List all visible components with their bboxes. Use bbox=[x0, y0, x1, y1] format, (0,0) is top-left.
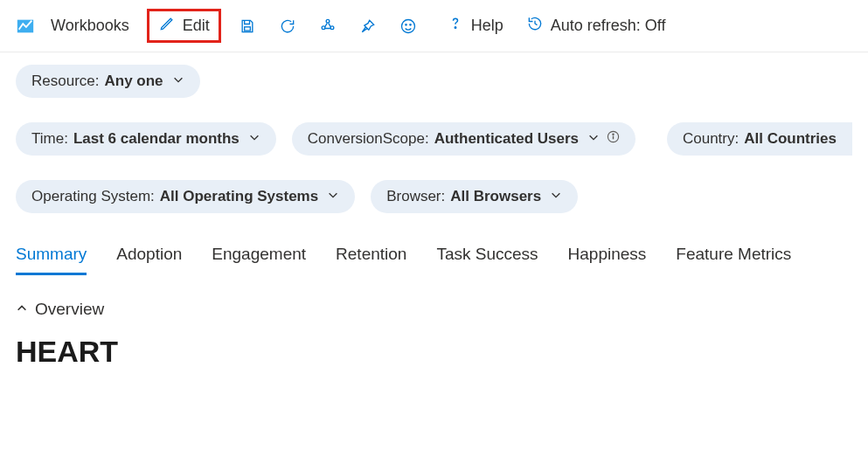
help-label: Help bbox=[471, 17, 503, 35]
tab-feature-metrics[interactable]: Feature Metrics bbox=[676, 245, 791, 275]
filter-label: Operating System: bbox=[31, 188, 155, 205]
filter-label: Time: bbox=[31, 130, 68, 148]
edit-label: Edit bbox=[183, 17, 210, 35]
filter-conversion-scope[interactable]: ConversionScope: Authenticated Users bbox=[292, 122, 635, 156]
help-button[interactable]: Help bbox=[441, 11, 509, 40]
filter-time[interactable]: Time: Last 6 calendar months bbox=[16, 122, 276, 156]
pencil-icon bbox=[158, 15, 176, 37]
tab-task-success[interactable]: Task Success bbox=[436, 245, 538, 275]
filter-label: Browser: bbox=[386, 188, 445, 205]
filter-resource[interactable]: Resource: Any one bbox=[16, 65, 200, 98]
info-icon[interactable] bbox=[607, 130, 620, 148]
filter-label: ConversionScope: bbox=[308, 130, 429, 148]
refresh-icon bbox=[279, 17, 296, 35]
tab-retention[interactable]: Retention bbox=[336, 245, 406, 275]
workbooks-title: Workbooks bbox=[51, 17, 129, 35]
save-button[interactable] bbox=[233, 14, 261, 38]
tabs: Summary Adoption Engagement Retention Ta… bbox=[0, 238, 868, 275]
chevron-down-icon bbox=[587, 130, 600, 148]
refresh-button[interactable] bbox=[274, 14, 302, 38]
chevron-up-icon bbox=[16, 300, 28, 319]
svg-point-7 bbox=[410, 24, 411, 24]
chevron-down-icon bbox=[172, 73, 184, 90]
tab-happiness[interactable]: Happiness bbox=[568, 245, 647, 275]
svg-point-10 bbox=[613, 134, 614, 135]
filter-value: All Browsers bbox=[450, 188, 541, 205]
tab-adoption[interactable]: Adoption bbox=[116, 245, 182, 275]
svg-point-6 bbox=[406, 24, 406, 24]
overview-toggle[interactable]: Overview bbox=[16, 300, 852, 319]
save-icon bbox=[239, 17, 256, 35]
filter-country[interactable]: Country: All Countries bbox=[667, 122, 852, 156]
filter-value: Last 6 calendar months bbox=[73, 130, 240, 148]
smiley-icon bbox=[399, 17, 417, 35]
page-heading: HEART bbox=[16, 335, 852, 369]
chevron-down-icon bbox=[327, 188, 339, 205]
chevron-down-icon bbox=[550, 188, 562, 205]
content: Overview HEART bbox=[0, 275, 868, 369]
tab-engagement[interactable]: Engagement bbox=[212, 245, 306, 275]
filter-os[interactable]: Operating System: All Operating Systems bbox=[16, 180, 355, 213]
svg-point-8 bbox=[455, 27, 456, 28]
feedback-button[interactable] bbox=[394, 14, 422, 38]
tab-summary[interactable]: Summary bbox=[16, 245, 87, 275]
auto-refresh-label: Auto refresh: Off bbox=[551, 17, 666, 35]
pin-button[interactable] bbox=[354, 14, 382, 38]
filter-label: Resource: bbox=[31, 73, 99, 90]
overview-label: Overview bbox=[35, 300, 104, 319]
svg-point-4 bbox=[326, 19, 330, 23]
auto-refresh-button[interactable]: Auto refresh: Off bbox=[521, 11, 671, 40]
share-button[interactable] bbox=[314, 14, 342, 38]
svg-point-5 bbox=[401, 19, 414, 32]
svg-rect-1 bbox=[244, 26, 250, 30]
share-icon bbox=[319, 17, 337, 35]
filter-value: Any one bbox=[104, 73, 163, 90]
chevron-down-icon bbox=[248, 130, 260, 148]
workbooks-logo-icon bbox=[16, 17, 35, 36]
filter-section: Resource: Any one Time: Last 6 calendar … bbox=[0, 52, 868, 213]
history-icon bbox=[526, 15, 544, 37]
filter-value: Authenticated Users bbox=[434, 130, 579, 148]
edit-button[interactable]: Edit bbox=[147, 9, 221, 43]
toolbar: Workbooks Edit bbox=[0, 0, 868, 52]
filter-value: All Countries bbox=[744, 130, 837, 148]
filter-label: Country: bbox=[683, 130, 739, 148]
filter-browser[interactable]: Browser: All Browsers bbox=[371, 180, 578, 213]
question-icon bbox=[447, 15, 464, 37]
pin-icon bbox=[359, 17, 377, 35]
filter-value: All Operating Systems bbox=[160, 188, 318, 205]
